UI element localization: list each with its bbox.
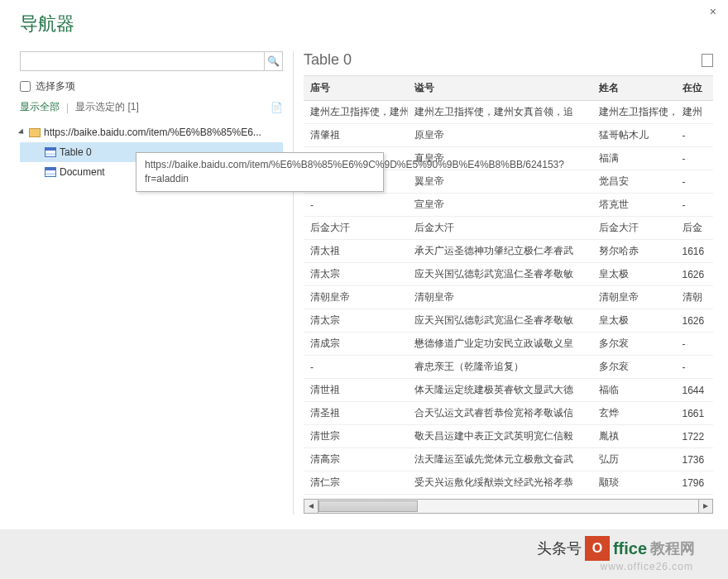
table-row[interactable]: -睿忠亲王（乾隆帝追复）多尔衮- [304,356,713,379]
scroll-left-button[interactable]: ◂ [304,499,318,514]
column-header[interactable]: 姓名 [592,76,676,101]
watermark-text: www.office26.com [601,561,694,572]
search-icon[interactable]: 🔍 [264,52,282,70]
scroll-track[interactable] [318,499,698,514]
table-cell: 清高宗 [304,448,408,471]
table-cell: 1661 [676,402,713,425]
table-cell: 建州左卫指挥使，建州女 [592,101,676,124]
show-selected-link[interactable]: 显示选定的 [1] [75,100,139,114]
footer-logo: 头条号 O ffice 教程网 [537,536,695,561]
close-button[interactable]: × [710,5,716,18]
table-cell: 清仁宗 [304,471,408,495]
multi-select-checkbox[interactable]: 选择多项 [20,79,283,93]
table-cell: 1722 [676,425,713,448]
filter-row: 显示全部 | 显示选定的 [1] 📄 [20,100,283,114]
search-input[interactable] [21,54,264,69]
table-row[interactable]: 清世宗敬天昌运建中表正文武英明宽仁信毅胤禛1722 [304,425,713,448]
folder-icon [29,128,41,137]
table-row[interactable]: 清肇祖原皇帝猛哥帖木儿- [304,124,713,147]
multi-select-input[interactable] [20,81,31,92]
table-cell: 体天隆运定统建极英睿钦文显武大德 [408,379,592,402]
table-icon [45,147,56,157]
tree-root-label: https://baike.baidu.com/item/%E6%B8%85%E… [44,127,261,138]
page-icon[interactable] [702,54,713,67]
table-cell: 清世祖 [304,379,408,402]
brand-gray-text: 教程网 [650,538,695,558]
multi-select-label: 选择多项 [36,79,75,93]
table-row[interactable]: 清太宗应天兴国弘德彰武宽温仁圣睿孝敬敏皇太极1626 [304,309,713,333]
table-cell: 皇太极 [592,263,676,286]
table-cell: 1820 [676,495,713,495]
url-tooltip: https://baike.baidu.com/item/%E6%B8%85%E… [136,152,384,192]
table-cell: 皇太极 [592,309,676,333]
table-cell: - [676,170,713,194]
table-cell: 清世宗 [304,425,408,448]
table-row[interactable]: -宣皇帝塔克世- [304,194,713,217]
table-cell: 觉昌安 [592,170,676,194]
brand-box-icon: O [585,536,610,561]
table-cell: 清成宗 [304,333,408,356]
tree-item-label: Document [60,166,105,178]
table-cell: 原皇帝 [408,124,592,147]
table-row[interactable]: 后金大汗后金大汗后金大汗后金 [304,217,713,240]
table-cell: 清朝皇帝 [304,286,408,309]
table-cell: 清肇祖 [304,124,408,147]
table-cell: 福临 [592,379,676,402]
table-cell: 受天兴运敷化绥猷崇文经武光裕孝恭 [408,471,592,495]
refresh-icon[interactable]: 📄 [271,102,283,113]
tree-root[interactable]: https://baike.baidu.com/item/%E6%B8%85%E… [20,122,283,142]
table-cell: 清太祖 [304,240,408,263]
scroll-right-button[interactable]: ▸ [698,499,713,514]
table-cell: 敬天昌运建中表正文武英明宽仁信毅 [408,425,592,448]
table-row[interactable]: 清成宗懋德修道广业定功安民立政诚敬义皇多尔衮- [304,333,713,356]
table-cell: 多尔衮 [592,356,676,379]
caret-icon [18,128,26,136]
preview-table: 庙号谥号姓名在位 建州左卫指挥使，建州女建州左卫指挥使，建州女真首领，追建州左卫… [304,76,713,495]
table-row[interactable]: 清高宗法天隆运至诚先觉体元立极敷文奋武弘历1736 [304,448,713,471]
horizontal-scrollbar[interactable]: ◂ ▸ [304,498,713,514]
preview-panel: Table 0 庙号谥号姓名在位 建州左卫指挥使，建州女建州左卫指挥使，建州女真… [304,51,713,514]
table-cell: 后金大汗 [408,217,592,240]
column-header[interactable]: 在位 [676,76,713,101]
table-cell: 效天符运立中体正至文圣武智勇仁慈 [408,495,592,495]
table-cell: 猛哥帖木儿 [592,124,676,147]
table-cell: 1736 [676,448,713,471]
show-all-link[interactable]: 显示全部 [20,100,60,114]
table-row[interactable]: 清太宗应天兴国弘德彰武宽温仁圣睿孝敬敏皇太极1626 [304,263,713,286]
table-row[interactable]: 清朝皇帝清朝皇帝清朝皇帝清朝 [304,286,713,309]
footer-bar: 头条号 O ffice 教程网 www.office26.com [0,529,728,579]
table-cell: 1796 [676,471,713,495]
table-row[interactable]: 清仁宗受天兴运敷化绥猷崇文经武光裕孝恭颙琰1796 [304,471,713,495]
table-row[interactable]: 清太祖承天广运圣德神功肇纪立极仁孝睿武努尔哈赤1616 [304,240,713,263]
navigator-dialog: × 导航器 🔍 选择多项 显示全部 | 显示选定的 [1] 📄 [0,0,728,529]
table-cell: 后金大汗 [592,217,676,240]
table-cell: 弘历 [592,448,676,471]
table-cell: 应天兴国弘德彰武宽温仁圣睿孝敬敏 [408,263,592,286]
table-cell: 多尔衮 [592,333,676,356]
preview-title: Table 0 [304,51,352,69]
table-cell: 承天广运圣德神功肇纪立极仁孝睿武 [408,240,592,263]
table-row[interactable]: 建州左卫指挥使，建州女建州左卫指挥使，建州女真首领，追建州左卫指挥使，建州女建州 [304,101,713,124]
table-cell: - [676,147,713,170]
table-cell: 清宣宗 [304,495,408,495]
brand-green-text: ffice [613,539,647,558]
table-cell: 清朝皇帝 [592,286,676,309]
table-row[interactable]: 清宣宗效天符运立中体正至文圣武智勇仁慈旻宁1820 [304,495,713,495]
table-cell: - [676,356,713,379]
table-cell: - [676,194,713,217]
table-cell: 宣皇帝 [408,194,592,217]
table-cell: 清朝 [676,286,713,309]
table-cell: 翼皇帝 [408,170,592,194]
table-row[interactable]: 清世祖体天隆运定统建极英睿钦文显武大德福临1644 [304,379,713,402]
column-header[interactable]: 庙号 [304,76,408,101]
table-cell: 福满 [592,147,676,170]
scroll-thumb[interactable] [318,500,418,512]
table-cell: 睿忠亲王（乾隆帝追复） [408,356,592,379]
column-header[interactable]: 谥号 [408,76,592,101]
dialog-title: 导航器 [20,12,713,36]
table-cell: 后金 [676,217,713,240]
table-row[interactable]: 清圣祖合天弘运文武睿哲恭俭宽裕孝敬诚信玄烨1661 [304,402,713,425]
left-panel: 🔍 选择多项 显示全部 | 显示选定的 [1] 📄 https://baike.… [20,51,283,514]
table-cell: 法天隆运至诚先觉体元立极敷文奋武 [408,448,592,471]
tree-item-label: Table 0 [60,146,92,158]
